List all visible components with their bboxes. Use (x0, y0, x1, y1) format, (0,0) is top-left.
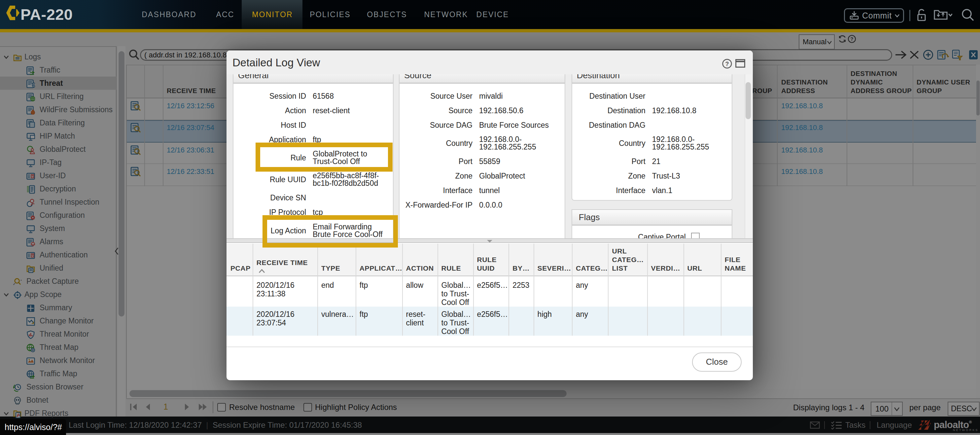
svg-text:?: ? (725, 61, 729, 67)
